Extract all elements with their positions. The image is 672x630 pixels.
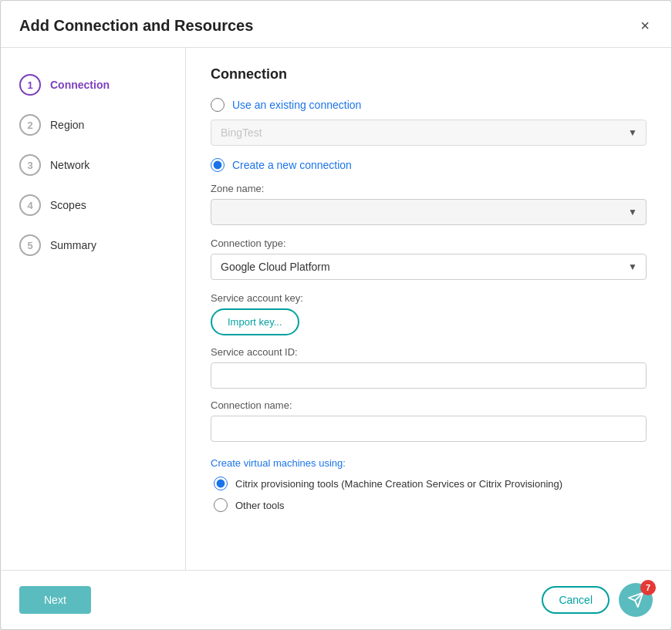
service-account-id-label: Service account ID: [211, 346, 647, 358]
step-label-connection: Connection [50, 79, 110, 91]
existing-connection-option[interactable]: Use an existing connection [211, 98, 647, 112]
vm-citrix-option[interactable]: Citrix provisioning tools (Machine Creat… [214, 477, 647, 490]
dialog-header: Add Connection and Resources × [1, 1, 671, 48]
vm-other-radio[interactable] [214, 498, 228, 512]
dialog-footer: Next Cancel 7 [1, 570, 671, 629]
step-circle-4: 4 [19, 194, 41, 216]
existing-connection-select[interactable]: BingTest [211, 120, 647, 146]
create-new-connection-radio[interactable] [211, 158, 225, 172]
existing-connection-radio[interactable] [211, 98, 225, 112]
vm-other-label[interactable]: Other tools [235, 500, 285, 511]
zone-name-dropdown-wrapper: ▼ [211, 199, 647, 225]
dialog-body: 1 Connection 2 Region 3 Network 4 [1, 48, 671, 570]
main-content: Connection Use an existing connection Bi… [186, 48, 671, 570]
sidebar-item-summary[interactable]: 5 Summary [13, 227, 173, 264]
connection-type-select[interactable]: Google Cloud Platform [211, 254, 647, 280]
close-button[interactable]: × [637, 15, 653, 36]
existing-connection-label[interactable]: Use an existing connection [232, 99, 361, 111]
step-label-scopes: Scopes [50, 199, 86, 211]
step-circle-1: 1 [19, 74, 41, 96]
step-circle-2: 2 [19, 114, 41, 136]
step-circle-5: 5 [19, 234, 41, 256]
nav-btn-wrapper: 7 [619, 583, 653, 617]
connection-name-label: Connection name: [211, 399, 647, 411]
connection-type-dropdown-wrapper: Google Cloud Platform ▼ [211, 254, 647, 280]
vm-citrix-radio[interactable] [214, 477, 228, 490]
create-new-connection-option[interactable]: Create a new connection [211, 158, 647, 172]
send-icon [627, 591, 644, 608]
step-label-region: Region [50, 119, 84, 131]
sidebar-item-connection[interactable]: 1 Connection [13, 66, 173, 103]
vm-other-option[interactable]: Other tools [214, 498, 647, 512]
service-account-key-label: Service account key: [211, 292, 647, 304]
service-account-id-input[interactable] [211, 362, 647, 389]
sidebar-item-network[interactable]: 3 Network [13, 147, 173, 184]
next-button[interactable]: Next [19, 586, 91, 614]
step-circle-3: 3 [19, 154, 41, 176]
create-vm-label: Create virtual machines using: [211, 457, 647, 469]
step-label-summary: Summary [50, 239, 96, 251]
sidebar-item-scopes[interactable]: 4 Scopes [13, 187, 173, 224]
existing-connection-dropdown-wrapper: BingTest ▼ [211, 120, 647, 146]
vm-citrix-label[interactable]: Citrix provisioning tools (Machine Creat… [235, 478, 562, 490]
connection-name-input[interactable] [211, 416, 647, 442]
footer-right: Cancel 7 [542, 583, 653, 617]
nav-badge: 7 [640, 580, 656, 595]
step-label-network: Network [50, 159, 89, 171]
create-new-connection-label[interactable]: Create a new connection [232, 159, 352, 171]
add-connection-dialog: Add Connection and Resources × 1 Connect… [0, 0, 672, 630]
sidebar: 1 Connection 2 Region 3 Network 4 [1, 48, 186, 570]
zone-name-label: Zone name: [211, 183, 647, 194]
connection-type-label: Connection type: [211, 238, 647, 249]
sidebar-item-region[interactable]: 2 Region [13, 106, 173, 143]
cancel-button[interactable]: Cancel [542, 586, 610, 614]
zone-name-select[interactable] [211, 199, 647, 225]
dialog-title: Add Connection and Resources [19, 17, 253, 35]
section-title: Connection [211, 66, 647, 83]
import-key-button[interactable]: Import key... [211, 308, 299, 335]
vm-options: Citrix provisioning tools (Machine Creat… [214, 477, 647, 512]
